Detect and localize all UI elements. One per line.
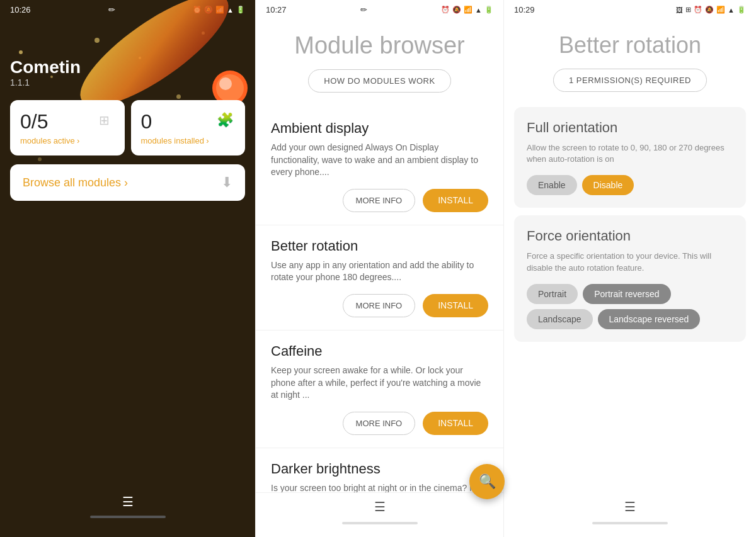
modules-active-number: 0/5 — [20, 110, 79, 133]
enable-button[interactable]: Enable — [527, 175, 577, 195]
panel-module-browser: 10:27 ✏ ⏰🔕📶▲🔋 Module browser HOW DO MODU… — [255, 0, 504, 537]
permissions-button[interactable]: 1 PERMISSION(S) REQUIRED — [553, 69, 707, 92]
landscape-reversed-button[interactable]: Landscape reversed — [598, 309, 701, 329]
browse-label: Browse all modules › — [23, 176, 128, 189]
full-orientation-title: Full orientation — [527, 120, 733, 136]
grid-icon-container: ⊞ — [94, 110, 115, 130]
module-desc-darker-brightness: Is your screen too bright at night or in… — [271, 482, 488, 492]
landscape-button[interactable]: Landscape — [527, 309, 593, 329]
full-orientation-desc: Allow the screen to rotate to 0, 90, 180… — [527, 142, 733, 165]
puzzle-icon: 🧩 — [217, 112, 234, 128]
modules-active-card[interactable]: 0/5 modules active › ⊞ — [10, 100, 125, 155]
module-name-darker-brightness: Darker brightness — [271, 461, 488, 477]
module-item-better-rotation: Better rotation Use any app in any orien… — [256, 225, 503, 330]
modules-active-label: modules active › — [20, 136, 79, 145]
disable-button[interactable]: Disable — [582, 175, 634, 195]
panel-cometin: 10:26 ✏ ⏰🔕📶▲🔋 Cometin 1.1.1 0/5 modules … — [0, 0, 255, 537]
puzzle-icon-container: 🧩 — [215, 110, 235, 130]
modules-list: Ambient display Add your own designed Al… — [256, 108, 503, 492]
more-info-button-ambient[interactable]: MORE INFO — [343, 189, 416, 212]
module-name-ambient: Ambient display — [271, 120, 488, 137]
panel2-status-icons: ⏰🔕📶▲🔋 — [441, 6, 493, 14]
panel3-content: Full orientation Allow the screen to rot… — [504, 107, 756, 493]
module-desc-caffeine: Keep your screen awake for a while. Or l… — [271, 365, 488, 402]
app-version: 1.1.1 — [10, 77, 245, 88]
panel-better-rotation: 10:29 🖼⊞⏰🔕📶▲🔋 Better rotation 1 PERMISSI… — [504, 0, 756, 537]
modules-installed-number: 0 — [141, 110, 209, 133]
install-button-caffeine[interactable]: INSTALL — [423, 412, 488, 435]
force-orientation-card: Force orientation Force a specific orien… — [514, 215, 746, 341]
install-button-better-rotation[interactable]: INSTALL — [423, 294, 488, 317]
panel1-content: Cometin 1.1.1 0/5 modules active › ⊞ 0 — [0, 57, 255, 201]
browse-all-modules-card[interactable]: Browse all modules › ⬇ — [10, 164, 245, 201]
search-fab-icon: 🔍 — [479, 473, 496, 490]
panel3-nav-line — [592, 522, 668, 524]
panel1-nav-line — [90, 516, 166, 518]
panel2-nav-line — [342, 522, 418, 524]
force-orientation-desc: Force a specific orientation to your dev… — [527, 251, 733, 273]
module-item-caffeine: Caffeine Keep your screen awake for a wh… — [256, 330, 503, 448]
how-modules-button[interactable]: HOW DO MODULES WORK — [308, 69, 450, 93]
grid-icon: ⊞ — [99, 113, 110, 128]
force-orientation-title: Force orientation — [527, 228, 733, 244]
portrait-reversed-button[interactable]: Portrait reversed — [583, 284, 670, 304]
stats-row: 0/5 modules active › ⊞ 0 modules install… — [10, 100, 245, 155]
panel2-bottom: ☰ — [256, 492, 503, 537]
panel3-nav-icon[interactable]: ☰ — [624, 499, 636, 514]
download-icon: ⬇ — [221, 174, 232, 191]
module-desc-better-rotation: Use any app in any orientation and add t… — [271, 259, 488, 284]
install-button-ambient[interactable]: INSTALL — [423, 189, 488, 212]
more-info-button-caffeine[interactable]: MORE INFO — [343, 412, 416, 435]
panel3-status-bar: 10:29 🖼⊞⏰🔕📶▲🔋 — [504, 0, 756, 20]
panel1-nav-icon[interactable]: ☰ — [122, 494, 134, 509]
search-fab[interactable]: 🔍 — [469, 464, 505, 499]
panel1-time: 10:26 — [10, 5, 31, 14]
panel3-title: Better rotation — [504, 20, 756, 69]
module-actions-ambient: MORE INFO INSTALL — [271, 189, 488, 225]
full-orientation-buttons: Enable Disable — [527, 175, 733, 195]
app-title: Cometin — [10, 57, 245, 77]
panel2-title: Module browser — [256, 20, 503, 69]
panel2-edit-icon: ✏ — [360, 5, 367, 14]
module-item-ambient: Ambient display Add your own designed Al… — [256, 108, 503, 225]
module-name-caffeine: Caffeine — [271, 343, 488, 359]
panel2-nav-icon[interactable]: ☰ — [374, 499, 386, 514]
module-name-better-rotation: Better rotation — [271, 238, 488, 254]
panel3-time: 10:29 — [514, 5, 535, 14]
module-item-darker-brightness: Darker brightness Is your screen too bri… — [256, 448, 503, 492]
module-desc-ambient: Add your own designed Always On Display … — [271, 142, 488, 179]
panel3-status-icons: 🖼⊞⏰🔕📶▲🔋 — [676, 6, 746, 14]
module-actions-caffeine: MORE INFO INSTALL — [271, 412, 488, 448]
panel3-bottom: ☰ — [504, 493, 756, 537]
panel2-status-bar: 10:27 ✏ ⏰🔕📶▲🔋 — [256, 0, 503, 20]
portrait-button[interactable]: Portrait — [527, 284, 578, 304]
more-info-button-better-rotation[interactable]: MORE INFO — [343, 294, 416, 317]
panel2-time: 10:27 — [266, 5, 287, 14]
full-orientation-card: Full orientation Allow the screen to rot… — [514, 107, 746, 208]
modules-installed-label: modules installed › — [141, 136, 209, 145]
force-orientation-buttons: Portrait Portrait reversed Landscape Lan… — [527, 284, 733, 329]
module-actions-better-rotation: MORE INFO INSTALL — [271, 294, 488, 330]
modules-installed-card[interactable]: 0 modules installed › 🧩 — [131, 100, 246, 155]
